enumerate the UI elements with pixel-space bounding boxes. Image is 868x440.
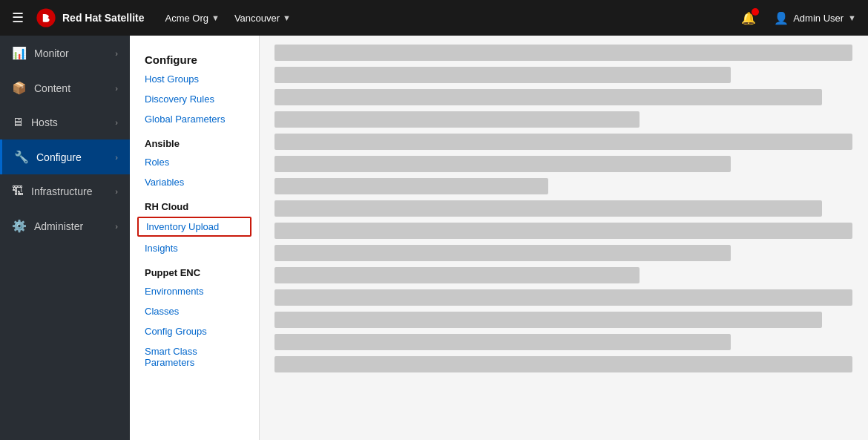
sidebar-item-hosts[interactable]: 🖥 Hosts ›	[0, 105, 130, 139]
top-navigation: ☰ Red Hat Satellite Acme Org ▼ Vancouver…	[0, 0, 868, 36]
org-selector[interactable]: Acme Org ▼	[165, 13, 219, 24]
org-chevron-icon: ▼	[211, 13, 220, 22]
user-chevron-icon: ▼	[848, 13, 856, 22]
dropdown-item-roles[interactable]: Roles	[130, 152, 259, 172]
dropdown-item-smart-class-parameters[interactable]: Smart Class Parameters	[130, 341, 259, 372]
infrastructure-chevron-icon: ›	[115, 187, 118, 196]
sidebar-label-content: Content	[34, 82, 108, 94]
content-chevron-icon: ›	[115, 84, 118, 93]
redhat-logo-icon	[36, 7, 56, 28]
content-row	[274, 178, 548, 194]
main-layout: 📊 Monitor › 📦 Content › 🖥 Hosts › 🔧 Conf…	[0, 36, 868, 440]
content-row	[274, 245, 731, 261]
content-row	[274, 334, 731, 350]
puppet-enc-section-title: Puppet ENC	[130, 258, 259, 281]
rh-cloud-section-title: RH Cloud	[130, 192, 259, 215]
location-chevron-icon: ▼	[283, 13, 291, 22]
content-row	[274, 200, 822, 217]
sidebar-item-configure[interactable]: 🔧 Configure ›	[0, 139, 130, 174]
sidebar-item-content[interactable]: 📦 Content ›	[0, 70, 130, 105]
rh-cloud-section: RH Cloud Inventory Upload Insights	[130, 192, 259, 258]
monitor-chevron-icon: ›	[115, 49, 118, 58]
dropdown-item-variables[interactable]: Variables	[130, 172, 259, 192]
app-logo: Red Hat Satellite	[36, 7, 144, 28]
location-label: Vancouver	[234, 13, 280, 24]
sidebar-item-infrastructure[interactable]: 🏗 Infrastructure ›	[0, 174, 130, 208]
content-row	[274, 45, 852, 61]
dropdown-item-insights[interactable]: Insights	[130, 238, 259, 258]
infrastructure-icon: 🏗	[12, 185, 24, 198]
sidebar-item-monitor[interactable]: 📊 Monitor ›	[0, 36, 130, 70]
user-avatar-icon: 👤	[774, 11, 789, 25]
location-selector[interactable]: Vancouver ▼	[234, 13, 291, 24]
configure-icon: 🔧	[14, 150, 29, 164]
sidebar-label-hosts: Hosts	[31, 116, 108, 128]
hosts-chevron-icon: ›	[115, 118, 118, 127]
dropdown-item-inventory-upload[interactable]: Inventory Upload	[137, 217, 251, 237]
configure-dropdown-panel: Configure Host Groups Discovery Rules Gl…	[130, 36, 260, 440]
notification-badge	[752, 8, 759, 16]
hamburger-menu-button[interactable]: ☰	[12, 10, 24, 26]
content-row	[274, 289, 852, 306]
content-row	[274, 89, 822, 105]
sidebar-label-configure: Configure	[36, 151, 108, 163]
content-row	[274, 356, 852, 372]
content-row	[274, 67, 731, 83]
content-icon: 📦	[12, 81, 27, 95]
dropdown-item-classes[interactable]: Classes	[130, 301, 259, 321]
dropdown-item-environments[interactable]: Environments	[130, 281, 259, 301]
content-row	[274, 134, 852, 150]
hosts-icon: 🖥	[12, 116, 24, 129]
content-row	[274, 156, 731, 172]
configure-chevron-icon: ›	[115, 153, 118, 162]
org-label: Acme Org	[165, 13, 208, 24]
ansible-section-title: Ansible	[130, 129, 259, 152]
dropdown-item-discovery-rules[interactable]: Discovery Rules	[130, 89, 259, 109]
dropdown-item-global-parameters[interactable]: Global Parameters	[130, 109, 259, 129]
configure-section: Host Groups Discovery Rules Global Param…	[130, 69, 259, 129]
puppet-enc-section: Puppet ENC Environments Classes Config G…	[130, 258, 259, 372]
sidebar-label-administer: Administer	[34, 220, 108, 232]
sidebar-item-administer[interactable]: ⚙️ Administer ›	[0, 208, 130, 243]
administer-chevron-icon: ›	[115, 222, 118, 231]
dropdown-item-config-groups[interactable]: Config Groups	[130, 321, 259, 341]
monitor-icon: 📊	[12, 46, 27, 60]
user-menu-button[interactable]: 👤 Admin User ▼	[774, 11, 856, 25]
sidebar-label-monitor: Monitor	[34, 47, 108, 59]
content-area	[260, 36, 868, 440]
user-label: Admin User	[793, 13, 844, 24]
content-row	[274, 312, 822, 328]
content-row	[274, 223, 852, 239]
sidebar-label-infrastructure: Infrastructure	[31, 185, 108, 197]
ansible-section: Ansible Roles Variables	[130, 129, 259, 192]
content-row	[274, 111, 640, 128]
notifications-bell-button[interactable]: 🔔	[741, 11, 756, 25]
dropdown-title: Configure	[130, 47, 259, 69]
sidebar: 📊 Monitor › 📦 Content › 🖥 Hosts › 🔧 Conf…	[0, 36, 130, 440]
app-title: Red Hat Satellite	[62, 12, 144, 24]
dropdown-item-host-groups[interactable]: Host Groups	[130, 69, 259, 89]
content-row	[274, 267, 640, 283]
administer-icon: ⚙️	[12, 219, 27, 233]
